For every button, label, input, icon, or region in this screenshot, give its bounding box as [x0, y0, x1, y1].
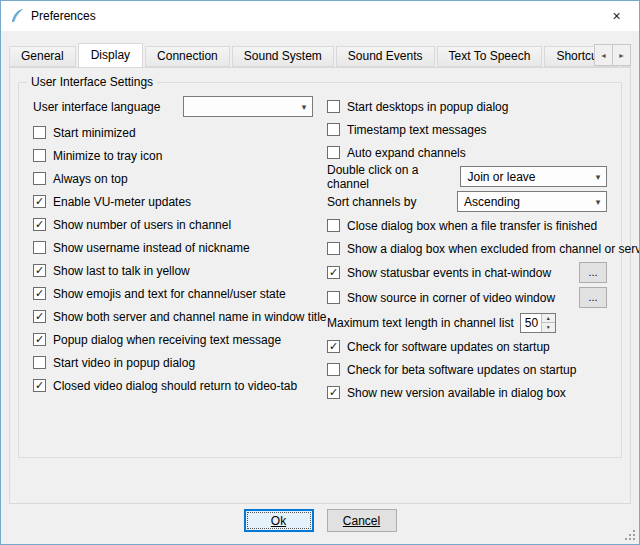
statusbar-events-row[interactable]: ✓ Show statusbar events in chat-window .… — [327, 260, 607, 285]
statusbar-events-checkbox[interactable]: ✓ — [327, 266, 340, 279]
chevron-down-icon: ▾ — [590, 197, 606, 207]
tab[interactable]: Connection — [145, 46, 230, 67]
checkbox[interactable]: ✓ — [33, 333, 46, 346]
statusbar-events-label: Show statusbar events in chat-window — [347, 266, 551, 280]
checkbox[interactable]: ✓ — [33, 287, 46, 300]
check-icon: ✓ — [35, 219, 44, 230]
video-source-row[interactable]: ✓ Show source in corner of video window … — [327, 285, 607, 310]
tab[interactable]: Sound Events — [336, 46, 435, 67]
spin-up-button[interactable]: ▲ — [542, 314, 555, 324]
checkbox[interactable]: ✓ — [33, 172, 46, 185]
max-text-length-label: Maximum text length in channel list — [327, 316, 514, 330]
checkbox-row[interactable]: ✓ Start minimized — [33, 121, 313, 144]
left-checkbox-list: ✓ Start minimized ✓ Minimize to tray ico… — [33, 121, 313, 397]
checkbox-row[interactable]: ✓ Close dialog box when a file transfer … — [327, 214, 607, 237]
title-bar: Preferences × — [1, 1, 639, 31]
checkbox-row[interactable]: ✓ Show emojis and text for channel/user … — [33, 282, 313, 305]
tab[interactable]: Display — [78, 43, 143, 67]
resize-grip[interactable] — [624, 529, 637, 542]
arrow-left-icon: ◄ — [600, 52, 607, 59]
checkbox[interactable]: ✓ — [327, 386, 340, 399]
right-column: ✓ Start desktops in popup dialog ✓ Times… — [327, 95, 607, 404]
checkbox[interactable]: ✓ — [33, 356, 46, 369]
video-source-label: Show source in corner of video window — [347, 291, 555, 305]
check-icon: ✓ — [35, 196, 44, 207]
preferences-window: Preferences × ◄ ► General Display Connec… — [0, 0, 640, 545]
spin-down-button[interactable]: ▼ — [542, 323, 555, 332]
check-icon: ✓ — [329, 387, 338, 398]
right-checkbox-list-mid: ✓ Close dialog box when a file transfer … — [327, 214, 607, 260]
tab-scroll-left-button[interactable]: ◄ — [594, 44, 613, 66]
checkbox[interactable]: ✓ — [327, 123, 340, 136]
arrow-up-icon: ▲ — [546, 315, 551, 321]
language-select[interactable]: ▾ — [183, 96, 313, 117]
checkbox[interactable]: ✓ — [33, 149, 46, 162]
checkbox-row[interactable]: ✓ Show last to talk in yellow — [33, 259, 313, 282]
checkbox[interactable]: ✓ — [33, 241, 46, 254]
max-text-length-spinner[interactable]: 50 ▲ ▼ — [520, 313, 556, 333]
checkbox-label: Auto expand channels — [347, 146, 466, 160]
close-button[interactable]: × — [594, 1, 639, 31]
double-click-select[interactable]: Join or leave ▾ — [460, 166, 607, 187]
checkbox[interactable]: ✓ — [33, 264, 46, 277]
checkbox-row[interactable]: ✓ Show number of users in channel — [33, 213, 313, 236]
tab-bar: ◄ ► General Display Connection Sound Sys… — [9, 43, 631, 67]
statusbar-events-more-button[interactable]: ... — [579, 262, 607, 283]
check-icon: ✓ — [329, 341, 338, 352]
sort-channels-value: Ascending — [464, 195, 520, 209]
checkbox-label: Close dialog box when a file transfer is… — [347, 219, 597, 233]
checkbox-label: Enable VU-meter updates — [53, 195, 191, 209]
checkbox-label: Show new version available in dialog box — [347, 386, 566, 400]
checkbox[interactable]: ✓ — [327, 242, 340, 255]
tab[interactable]: Sound System — [232, 46, 334, 67]
checkbox-row[interactable]: ✓ Minimize to tray icon — [33, 144, 313, 167]
video-source-checkbox[interactable]: ✓ — [327, 291, 340, 304]
video-source-more-button[interactable]: ... — [579, 287, 607, 308]
checkbox[interactable]: ✓ — [33, 218, 46, 231]
checkbox-row[interactable]: ✓ Show username instead of nickname — [33, 236, 313, 259]
checkbox-row[interactable]: ✓ Start desktops in popup dialog — [327, 95, 607, 118]
checkbox-row[interactable]: ✓ Show both server and channel name in w… — [33, 305, 313, 328]
checkbox-row[interactable]: ✓ Check for software updates on startup — [327, 335, 607, 358]
checkbox-row[interactable]: ✓ Auto expand channels — [327, 141, 607, 164]
checkbox[interactable]: ✓ — [327, 363, 340, 376]
checkbox[interactable]: ✓ — [33, 310, 46, 323]
app-icon — [9, 8, 25, 24]
arrow-right-icon: ► — [618, 52, 625, 59]
double-click-label: Double click on a channel — [327, 163, 460, 191]
dialog-footer: Ok Cancel — [1, 509, 639, 532]
checkbox[interactable]: ✓ — [327, 100, 340, 113]
tab[interactable]: Text To Speech — [437, 46, 543, 67]
chevron-down-icon: ▾ — [296, 102, 312, 112]
checkbox[interactable]: ✓ — [327, 219, 340, 232]
ui-settings-group: User Interface Settings User interface l… — [18, 82, 622, 458]
checkbox-row[interactable]: ✓ Always on top — [33, 167, 313, 190]
tab-scroll-right-button[interactable]: ► — [612, 44, 631, 66]
sort-channels-label: Sort channels by — [327, 195, 416, 209]
checkbox-label: Always on top — [53, 172, 128, 186]
checkbox-label: Popup dialog when receiving text message — [53, 333, 281, 347]
checkbox[interactable]: ✓ — [327, 340, 340, 353]
checkbox-row[interactable]: ✓ Enable VU-meter updates — [33, 190, 313, 213]
double-click-row: Double click on a channel Join or leave … — [327, 164, 607, 189]
checkbox-row[interactable]: ✓ Show new version available in dialog b… — [327, 381, 607, 404]
check-icon: ✓ — [35, 380, 44, 391]
checkbox-row[interactable]: ✓ Timestamp text messages — [327, 118, 607, 141]
max-text-length-value: 50 — [521, 314, 541, 332]
checkbox-row[interactable]: ✓ Check for beta software updates on sta… — [327, 358, 607, 381]
checkbox-row[interactable]: ✓ Closed video dialog should return to v… — [33, 374, 313, 397]
checkbox-row[interactable]: ✓ Start video in popup dialog — [33, 351, 313, 374]
checkbox[interactable]: ✓ — [327, 146, 340, 159]
double-click-value: Join or leave — [467, 170, 535, 184]
checkbox-row[interactable]: ✓ Popup dialog when receiving text messa… — [33, 328, 313, 351]
group-title: User Interface Settings — [27, 75, 157, 89]
checkbox-row[interactable]: ✓ Show a dialog box when excluded from c… — [327, 237, 607, 260]
checkbox[interactable]: ✓ — [33, 379, 46, 392]
checkbox[interactable]: ✓ — [33, 126, 46, 139]
tab[interactable]: General — [9, 46, 76, 67]
ok-button[interactable]: Ok — [244, 509, 314, 532]
checkbox-label: Start desktops in popup dialog — [347, 100, 508, 114]
checkbox[interactable]: ✓ — [33, 195, 46, 208]
sort-channels-select[interactable]: Ascending ▾ — [457, 191, 607, 212]
cancel-button[interactable]: Cancel — [327, 509, 397, 532]
